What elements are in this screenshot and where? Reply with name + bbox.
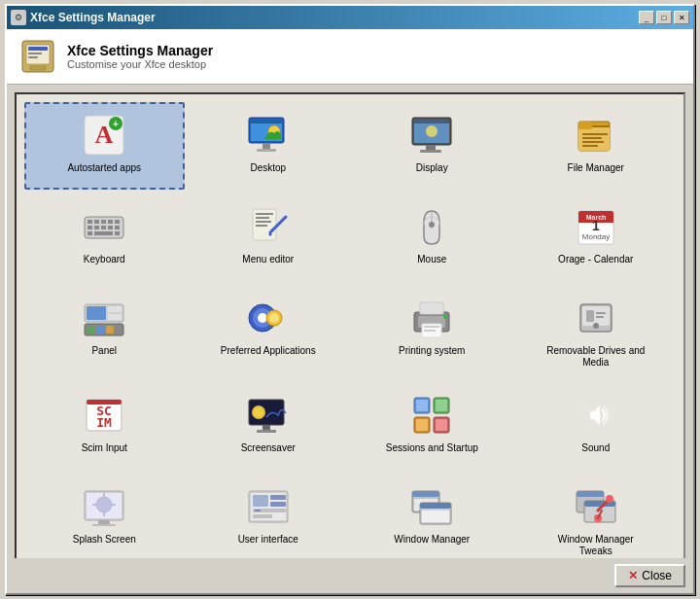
- svg-rect-67: [108, 314, 122, 320]
- svg-rect-24: [578, 122, 592, 129]
- grid-item-mouse[interactable]: Mouse: [352, 194, 512, 281]
- svg-rect-62: [96, 326, 104, 334]
- grid-item-sound[interactable]: Sound: [516, 382, 677, 470]
- svg-rect-61: [87, 326, 94, 334]
- grid-item-orage-calendar[interactable]: March 1 Monday Orage - Calendar: [516, 194, 677, 281]
- svg-rect-26: [582, 133, 608, 135]
- grid-item-preferred-applications[interactable]: Preferred Applications: [189, 285, 349, 378]
- svg-rect-63: [106, 326, 114, 334]
- svg-rect-12: [251, 120, 282, 123]
- svg-rect-66: [108, 306, 122, 312]
- grid-item-keyboard[interactable]: Keyboard: [24, 194, 185, 281]
- app-icon: ⚙: [11, 10, 26, 25]
- header-title: Xfce Settings Manager: [67, 43, 213, 58]
- sound-icon: [573, 392, 619, 439]
- scim-input-icon: SC IM: [81, 392, 127, 439]
- printing-system-label: Printing system: [399, 345, 465, 357]
- svg-text:Monday: Monday: [582, 232, 610, 241]
- svg-rect-34: [108, 220, 113, 224]
- mouse-icon: [408, 203, 455, 250]
- grid-item-removable-drives[interactable]: Removable Drives and Media: [516, 285, 677, 378]
- svg-rect-131: [577, 491, 604, 497]
- header-icon: [18, 37, 57, 76]
- svg-rect-35: [115, 220, 120, 224]
- svg-rect-29: [582, 145, 598, 147]
- header-text: Xfce Settings Manager Customise your Xfc…: [67, 43, 213, 70]
- screensaver-icon: [245, 392, 292, 439]
- orage-calendar-label: Orage - Calendar: [558, 254, 633, 265]
- svg-rect-125: [412, 491, 439, 497]
- svg-rect-36: [88, 226, 92, 229]
- grid-item-desktop[interactable]: Desktop: [189, 102, 349, 190]
- svg-rect-122: [253, 514, 272, 518]
- grid-item-splash-screen[interactable]: Splash Screen: [24, 474, 185, 558]
- svg-rect-5: [30, 66, 46, 70]
- svg-rect-46: [256, 217, 269, 219]
- svg-rect-115: [92, 524, 116, 526]
- close-window-button[interactable]: ✕: [674, 11, 689, 24]
- header-subtitle: Customise your Xfce desktop: [67, 58, 213, 70]
- svg-rect-84: [596, 312, 606, 314]
- svg-rect-85: [596, 316, 604, 318]
- grid-item-scim-input[interactable]: SC IM Scim Input: [24, 382, 185, 470]
- svg-point-82: [593, 323, 599, 329]
- svg-rect-2: [28, 47, 48, 51]
- svg-rect-37: [94, 226, 99, 229]
- orage-calendar-icon: March 1 Monday: [573, 203, 619, 250]
- preferred-applications-icon: [245, 295, 292, 341]
- svg-rect-89: [87, 400, 122, 405]
- screensaver-label: Screensaver: [241, 442, 296, 454]
- svg-rect-3: [28, 53, 42, 54]
- window-manager-label: Window Manager: [394, 534, 470, 546]
- grid-item-sessions-startup[interactable]: Sessions and Startup: [352, 382, 512, 470]
- svg-rect-119: [270, 495, 286, 500]
- grid-item-file-manager[interactable]: File Manager: [516, 102, 677, 190]
- svg-rect-41: [94, 231, 113, 235]
- keyboard-icon: [81, 203, 127, 250]
- svg-rect-19: [426, 145, 436, 150]
- svg-text:1: 1: [592, 218, 600, 233]
- grid-item-menu-editor[interactable]: Menu editor: [189, 194, 349, 281]
- close-button[interactable]: ✕ Close: [614, 564, 685, 587]
- svg-rect-27: [582, 137, 602, 139]
- file-manager-icon: [573, 112, 619, 159]
- grid-item-panel[interactable]: Panel: [24, 285, 185, 378]
- grid-item-printing-system[interactable]: Printing system: [352, 285, 512, 378]
- grid-item-display[interactable]: Display: [352, 102, 512, 190]
- svg-rect-78: [424, 330, 436, 332]
- svg-rect-102: [436, 419, 447, 431]
- grid-item-screensaver[interactable]: Screensaver: [189, 382, 349, 470]
- close-x-icon: ✕: [628, 569, 638, 582]
- svg-rect-94: [257, 430, 276, 433]
- removable-drives-label: Removable Drives and Media: [542, 345, 649, 369]
- grid-item-user-interface[interactable]: User interface: [189, 474, 349, 558]
- sound-label: Sound: [581, 442, 610, 454]
- titlebar-left: ⚙ Xfce Settings Manager: [11, 10, 156, 25]
- grid-item-window-manager[interactable]: Window Manager: [352, 474, 512, 558]
- svg-rect-31: [88, 220, 92, 224]
- svg-rect-4: [28, 56, 38, 58]
- svg-rect-25: [592, 125, 610, 127]
- svg-rect-32: [94, 220, 99, 224]
- desktop-icon: [245, 112, 292, 159]
- panel-icon: [81, 295, 127, 341]
- grid-item-window-manager-tweaks[interactable]: Window Manager Tweaks: [516, 474, 677, 558]
- main-window: ⚙ Xfce Settings Manager _ □ ✕ Xfce Setti…: [5, 4, 695, 595]
- svg-text:+: +: [113, 119, 119, 129]
- autostarted-apps-label: Autostarted apps: [67, 162, 141, 174]
- svg-rect-118: [253, 495, 268, 507]
- minimize-button[interactable]: _: [639, 11, 654, 24]
- svg-point-53: [429, 222, 435, 228]
- svg-rect-28: [582, 141, 604, 143]
- grid-item-autostarted-apps[interactable]: A + Autostarted apps: [24, 102, 185, 190]
- svg-point-21: [426, 125, 438, 137]
- maximize-button[interactable]: □: [656, 11, 672, 24]
- svg-rect-20: [420, 150, 441, 153]
- svg-rect-93: [262, 425, 270, 430]
- svg-rect-43: [115, 231, 120, 235]
- printing-system-icon: [408, 295, 455, 341]
- panel-label: Panel: [91, 345, 117, 357]
- svg-point-72: [269, 313, 279, 323]
- titlebar-buttons: _ □ ✕: [639, 11, 689, 24]
- header: Xfce Settings Manager Customise your Xfc…: [7, 29, 693, 85]
